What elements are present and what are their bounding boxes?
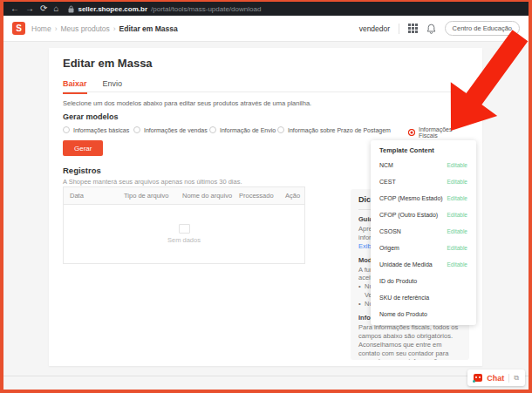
radio-informacoes-vendas[interactable]: Informações de vendas: [133, 126, 208, 133]
item-label: CEST: [379, 179, 396, 185]
breadcrumb-home[interactable]: Home: [31, 24, 51, 33]
item-label: CFOP (Mesmo Estado): [379, 195, 443, 201]
item-label: CSOSN: [379, 228, 401, 234]
screen: ← → ⟳ ⌂ seller.shopee.com.br /portal/too…: [0, 0, 532, 393]
dropdown-item-cfop-mesmo[interactable]: CFOP (Mesmo Estado) Editable: [371, 190, 476, 207]
dropdown-item-unidade-medida[interactable]: Unidade de Medida Editable: [371, 256, 476, 273]
editable-badge: Editable: [447, 228, 468, 234]
home-icon[interactable]: ⌂: [53, 2, 58, 16]
radio-label: Informação de Envio: [220, 127, 276, 133]
radio-informacoes-basicas[interactable]: Informações básicas: [63, 126, 129, 133]
breadcrumb-separator: ›: [55, 24, 58, 33]
radio-label: Informações de vendas: [144, 127, 208, 133]
tips-info-body: Para informações fiscais, todos os campo…: [358, 323, 458, 360]
item-label: Nome do Produto: [379, 311, 427, 317]
dropdown-item-csosn[interactable]: CSOSN Editable: [371, 223, 476, 240]
registros-table: Data Tipo de arquivo Nome do arquivo Pro…: [63, 186, 305, 264]
chat-label: Chat: [487, 374, 504, 383]
tips-info-text: Para informações fiscais, todos os campo…: [358, 323, 461, 360]
radio-label: Informações básicas: [73, 127, 129, 133]
chat-divider: [508, 374, 509, 383]
shopee-logo-icon[interactable]: S: [12, 22, 25, 35]
education-center-button[interactable]: Centro de Educação: [445, 21, 520, 36]
editable-badge: Editable: [447, 162, 468, 168]
address-bar[interactable]: seller.shopee.com.br /portal/tools/mass-…: [68, 5, 261, 13]
radio-icon[interactable]: [133, 126, 140, 133]
radio-selected-icon[interactable]: [408, 129, 415, 136]
tab-divider: [63, 91, 468, 92]
notifications-bell-icon[interactable]: [426, 24, 436, 34]
app-header: S Home › Meus produtos › Editar em Massa…: [3, 16, 529, 41]
footer-divider: [3, 376, 529, 376]
col-tipo-arquivo: Tipo de arquivo: [118, 192, 176, 200]
radio-informacao-envio[interactable]: Informação de Envio: [209, 126, 276, 133]
browser-toolbar: ← → ⟳ ⌂ seller.shopee.com.br /portal/too…: [3, 2, 529, 16]
editable-badge: Editable: [447, 245, 468, 251]
url-path: /portal/tools/mass-update/download: [151, 5, 261, 13]
page-title: Editar em Massa: [63, 57, 153, 70]
item-label: SKU de referência: [379, 295, 429, 301]
col-processado: Processado: [233, 192, 279, 200]
refresh-icon[interactable]: ⟳: [40, 2, 47, 16]
empty-text: Sem dados: [167, 236, 201, 244]
dropdown-item-id-produto[interactable]: ID do Produto: [371, 273, 476, 289]
chat-widget[interactable]: Chat ⧉: [467, 369, 525, 386]
online-dot: [473, 380, 475, 383]
url-domain: seller.shopee.com.br: [78, 5, 147, 13]
radio-icon[interactable]: [277, 126, 284, 133]
gerar-button[interactable]: Gerar: [63, 140, 103, 156]
dropdown-item-origem[interactable]: Origem Editable: [371, 240, 476, 256]
item-label: Unidade de Medida: [379, 261, 433, 268]
dropdown-item-cest[interactable]: CEST Editable: [371, 173, 476, 190]
page-description: Selecione um dos modelos abaixo para edi…: [63, 99, 311, 107]
item-label: NCM: [379, 162, 393, 168]
apps-grid-icon[interactable]: [408, 24, 418, 33]
item-label: CFOP (Outro Estado): [379, 212, 438, 218]
registros-subtitle: A Shopee manterá seus arquivos apenas no…: [63, 178, 242, 186]
dropdown-item-ncm[interactable]: NCM Editable: [371, 157, 476, 173]
editable-badge: Editable: [447, 212, 468, 218]
radio-informacoes-fiscais[interactable]: Informações Fiscais: [408, 126, 473, 139]
gerar-modelos-label: Gerar modelos: [63, 112, 119, 121]
radio-label: Informações Fiscais: [419, 126, 473, 139]
model-radio-group: Informações básicas Informações de venda…: [63, 126, 473, 137]
table-header-row: Data Tipo de arquivo Nome do arquivo Pro…: [64, 187, 304, 205]
col-acao: Ação: [279, 192, 304, 200]
col-data: Data: [64, 192, 118, 200]
item-label: Origem: [379, 245, 399, 251]
header-divider: [399, 24, 399, 34]
editable-badge: Editable: [447, 179, 468, 185]
popout-icon[interactable]: ⧉: [514, 375, 519, 382]
table-empty-state: Sem dados: [64, 205, 304, 263]
registros-title: Registros: [63, 166, 101, 175]
breadcrumb-meus-produtos[interactable]: Meus produtos: [61, 24, 110, 33]
back-icon[interactable]: ←: [10, 2, 19, 16]
item-label: ID do Produto: [379, 278, 417, 284]
lock-icon: [68, 5, 74, 13]
breadcrumb-current: Editar em Massa: [119, 24, 178, 33]
radio-label: Informação sobre Prazo de Postagem: [288, 127, 391, 133]
breadcrumb-separator: ›: [113, 24, 116, 33]
dropdown-header: Template Content: [371, 140, 476, 157]
col-nome-arquivo: Nome do arquivo: [176, 192, 233, 200]
template-content-dropdown: Template Content NCM Editable CEST Edita…: [371, 140, 476, 325]
dropdown-item-cfop-outro[interactable]: CFOP (Outro Estado) Editable: [371, 207, 476, 223]
empty-image-icon: [179, 224, 190, 234]
chat-icon: [474, 374, 482, 382]
dropdown-item-sku-referencia[interactable]: SKU de referência: [371, 289, 476, 306]
dropdown-item-nome-produto[interactable]: Nome do Produto: [371, 306, 476, 322]
radio-icon[interactable]: [63, 126, 70, 133]
radio-prazo-postagem[interactable]: Informação sobre Prazo de Postagem: [277, 126, 391, 133]
editable-badge: Editable: [447, 261, 468, 268]
username[interactable]: vendedor: [359, 24, 390, 33]
editable-badge: Editable: [447, 195, 468, 201]
forward-icon[interactable]: →: [25, 2, 34, 16]
radio-icon[interactable]: [209, 126, 216, 133]
